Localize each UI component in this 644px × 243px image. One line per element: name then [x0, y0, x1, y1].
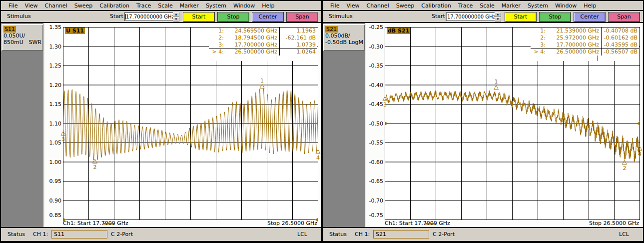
stimulus-stop-button[interactable]: Stop — [217, 12, 249, 22]
marker-readout-cell: 17.700000 GHz — [225, 42, 279, 48]
marker-readout-cell: 21.539000 GHz — [547, 28, 601, 34]
sweep-start-text: Ch1: Start 17.7000 GHz — [385, 220, 450, 226]
marker-readout-row: 3:17.700000 GHz1.0739 — [209, 42, 317, 48]
stimulus-span-button[interactable]: Span — [286, 12, 318, 22]
stimulus-stop-button[interactable]: Stop — [539, 12, 571, 22]
y-tick-label: 1.05 — [45, 140, 61, 146]
menu-item-channel[interactable]: Channel — [363, 2, 393, 9]
reference-level: 850mU — [3, 39, 23, 46]
menu-item-sweep[interactable]: Sweep — [393, 2, 418, 9]
menu-item-window[interactable]: Window — [230, 2, 258, 9]
trace-info-box[interactable]: S11 0.050U/ 850mU SWR — [1, 24, 43, 51]
stimulus-center-button[interactable]: Center — [252, 12, 284, 22]
marker-readout-cell: 17.700000 GHz — [547, 42, 601, 48]
start-frequency-input[interactable]: 17.700000000 GHz — [446, 12, 496, 21]
menu-item-scale[interactable]: Scale — [154, 2, 176, 9]
menu-item-window[interactable]: Window — [552, 2, 580, 9]
menu-item-marker[interactable]: Marker — [176, 2, 202, 9]
stimulus-bar: Stimulus Start 17.700000000 GHz ▲ ▼ Star… — [1, 11, 321, 23]
menu-item-calibration[interactable]: Calibration — [96, 2, 133, 9]
stimulus-span-button[interactable]: Span — [608, 12, 640, 22]
marker-readout-row: 1:24.569500 GHz1.1963 — [209, 28, 317, 34]
status-channel: CH 1: — [355, 231, 370, 238]
y-tick-label: -0.55 — [367, 140, 383, 146]
marker-readout-cell: 1.0264 — [279, 48, 317, 56]
marker-number-label: 1 — [260, 78, 264, 84]
sweep-range-footer: Ch1: Start 17.7000 GHz Stop 26.5000 GHz — [44, 220, 321, 227]
scale-per-division: 0.050U/ — [3, 32, 41, 39]
marker-readout-filler — [531, 56, 639, 61]
stimulus-label: Stimulus — [329, 13, 353, 20]
menu-item-trace[interactable]: Trace — [455, 2, 476, 9]
status-lcl: LCL — [619, 231, 629, 238]
marker-readout-cell: 2: — [531, 34, 547, 42]
menu-item-calibration[interactable]: Calibration — [418, 2, 455, 9]
start-field-label: Start — [432, 13, 445, 20]
start-frequency-stepper[interactable]: ▲ ▼ — [173, 12, 179, 21]
marker-readout-row: 2:25.972000 GHz-0.60162 dB — [531, 34, 639, 42]
menu-item-view[interactable]: View — [21, 2, 41, 9]
status-measurement-box: S11 — [51, 230, 107, 238]
y-tick-label: 1.00 — [45, 159, 61, 166]
status-calibration: C 2-Port — [433, 231, 455, 238]
menu-item-sweep[interactable]: Sweep — [71, 2, 96, 9]
stimulus-label: Stimulus — [7, 13, 31, 20]
menu-item-file[interactable]: File — [327, 2, 343, 9]
marker-readout-filler — [209, 56, 317, 61]
trace-label: U S11 — [65, 28, 85, 34]
marker-readout-cell: 26.500000 GHz — [225, 48, 279, 56]
stepper-down-icon[interactable]: ▼ — [173, 17, 179, 22]
start-frequency-stepper[interactable]: ▲ ▼ — [495, 12, 501, 21]
y-tick-label: -0.25 — [367, 24, 383, 30]
status-bar: Status CH 1: S11 C 2-Port LCL — [1, 227, 321, 241]
stepper-up-icon[interactable]: ▲ — [495, 12, 501, 17]
menu-bar: FileViewChannelSweepCalibrationTraceScal… — [323, 1, 643, 11]
y-tick-label: -0.60 — [367, 159, 383, 166]
marker-number-label: 4 — [638, 151, 642, 158]
start-frequency-value: 17.700000000 GHz — [447, 14, 496, 20]
trace-info-box[interactable]: S21 0.050dB/ -0.50dB LogM — [323, 24, 365, 51]
y-tick-label: 0.95 — [45, 178, 61, 184]
y-tick-label: -0.35 — [367, 62, 383, 69]
trace-label: dB S21 — [387, 28, 410, 34]
menu-item-trace[interactable]: Trace — [133, 2, 154, 9]
marker-readout-row: > 4:26.500000 GHz1.0264 — [209, 48, 317, 56]
y-tick-label: -0.65 — [367, 178, 383, 184]
vna-panel: FileViewChannelSweepCalibrationTraceScal… — [323, 1, 643, 241]
y-tick-label: 1.25 — [45, 62, 61, 69]
menu-item-file[interactable]: File — [5, 2, 21, 9]
marker-readout-cell: -62.161 dB — [279, 34, 317, 42]
sweep-start-text: Ch1: Start 17.7000 GHz — [63, 220, 128, 226]
trace-sidebar: S11 0.050U/ 850mU SWR — [1, 23, 44, 227]
stimulus-start-button[interactable]: Start — [505, 12, 537, 22]
start-frequency-value: 17.700000000 GHz — [126, 14, 174, 20]
marker-readout-cell — [209, 56, 276, 61]
menu-item-system[interactable]: System — [202, 2, 230, 9]
start-frequency-input[interactable]: 17.700000000 GHz — [124, 12, 174, 21]
marker-readout-cell: 24.569500 GHz — [225, 28, 279, 34]
stepper-up-icon[interactable]: ▲ — [173, 12, 179, 17]
y-tick-label: -0.45 — [367, 101, 383, 108]
y-tick-label: -0.50 — [367, 120, 383, 127]
stimulus-center-button[interactable]: Center — [574, 12, 606, 22]
stepper-down-icon[interactable]: ▼ — [495, 17, 501, 22]
marker-readout-cell: > 4: — [531, 48, 547, 56]
y-tick-label: -0.75 — [367, 212, 383, 218]
y-tick-label: 1.20 — [45, 82, 61, 88]
y-tick-label: 1.15 — [45, 101, 61, 108]
marker-readout-row: 3:17.700000 GHz-0.43595 dB — [531, 42, 639, 48]
trace-legend-dash — [103, 223, 114, 224]
menu-item-scale[interactable]: Scale — [476, 2, 498, 9]
menu-item-system[interactable]: System — [524, 2, 552, 9]
marker-readout-cell: -0.60162 dB — [601, 34, 639, 42]
menu-item-help[interactable]: Help — [580, 2, 600, 9]
menu-item-channel[interactable]: Channel — [41, 2, 71, 9]
menu-item-help[interactable]: Help — [258, 2, 278, 9]
menu-item-view[interactable]: View — [343, 2, 363, 9]
stimulus-bar: Stimulus Start 17.700000000 GHz ▲ ▼ Star… — [323, 11, 643, 23]
y-tick-label: 1.10 — [45, 120, 61, 127]
menu-item-marker[interactable]: Marker — [498, 2, 524, 9]
marker-readout-cell: > 4: — [209, 48, 225, 56]
marker-readout-cell: -0.56507 dB — [601, 48, 639, 56]
stimulus-start-button[interactable]: Start — [183, 12, 215, 22]
